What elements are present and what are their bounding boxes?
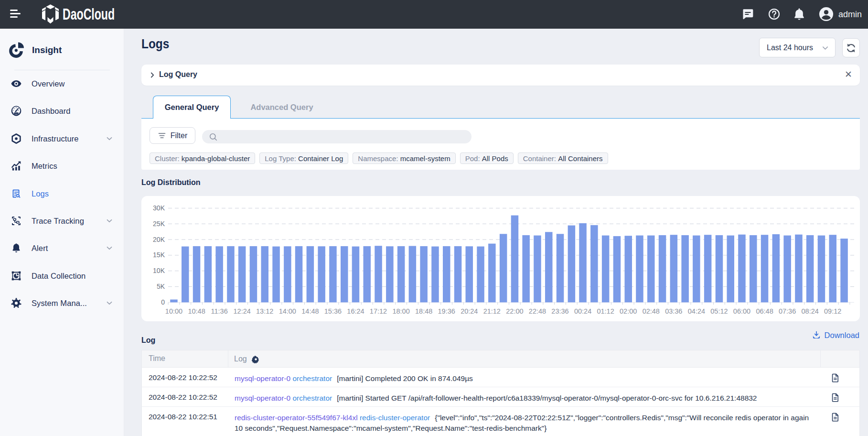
svg-text:20:24: 20:24 bbox=[461, 307, 478, 315]
svg-text:05:12: 05:12 bbox=[710, 307, 728, 315]
svg-text:21:12: 21:12 bbox=[483, 307, 501, 315]
svg-text:30K: 30K bbox=[153, 204, 165, 212]
svg-text:12:24: 12:24 bbox=[234, 307, 251, 315]
svg-text:10:00: 10:00 bbox=[165, 307, 182, 315]
svg-text:15K: 15K bbox=[153, 251, 165, 259]
svg-text:13:12: 13:12 bbox=[256, 307, 273, 315]
svg-text:10K: 10K bbox=[153, 267, 165, 274]
svg-text:14:00: 14:00 bbox=[279, 307, 296, 315]
svg-text:23:36: 23:36 bbox=[551, 307, 568, 315]
svg-text:08:24: 08:24 bbox=[802, 307, 819, 315]
svg-text:16:24: 16:24 bbox=[347, 307, 364, 315]
svg-text:02:48: 02:48 bbox=[643, 307, 660, 315]
svg-text:20K: 20K bbox=[153, 236, 165, 243]
svg-text:14:48: 14:48 bbox=[301, 307, 319, 315]
svg-text:0: 0 bbox=[161, 298, 165, 306]
svg-text:00:24: 00:24 bbox=[574, 307, 591, 315]
svg-text:18:48: 18:48 bbox=[415, 307, 432, 315]
svg-text:09:12: 09:12 bbox=[824, 307, 841, 315]
svg-text:5K: 5K bbox=[157, 283, 165, 290]
svg-text:15:36: 15:36 bbox=[324, 307, 342, 315]
svg-text:11:36: 11:36 bbox=[211, 307, 227, 315]
svg-text:06:48: 06:48 bbox=[756, 307, 773, 315]
svg-text:18:00: 18:00 bbox=[392, 307, 409, 315]
svg-text:01:12: 01:12 bbox=[597, 307, 614, 315]
svg-text:02:00: 02:00 bbox=[620, 307, 637, 315]
svg-text:22:48: 22:48 bbox=[529, 307, 546, 315]
svg-text:10:48: 10:48 bbox=[188, 307, 205, 315]
svg-text:07:36: 07:36 bbox=[779, 307, 796, 315]
svg-text:03:36: 03:36 bbox=[665, 307, 682, 315]
svg-text:17:12: 17:12 bbox=[370, 307, 387, 315]
svg-text:04:24: 04:24 bbox=[688, 307, 705, 315]
svg-text:22:00: 22:00 bbox=[506, 307, 523, 315]
svg-text:19:36: 19:36 bbox=[438, 307, 455, 315]
svg-text:06:00: 06:00 bbox=[733, 307, 750, 315]
svg-text:25K: 25K bbox=[153, 220, 165, 228]
